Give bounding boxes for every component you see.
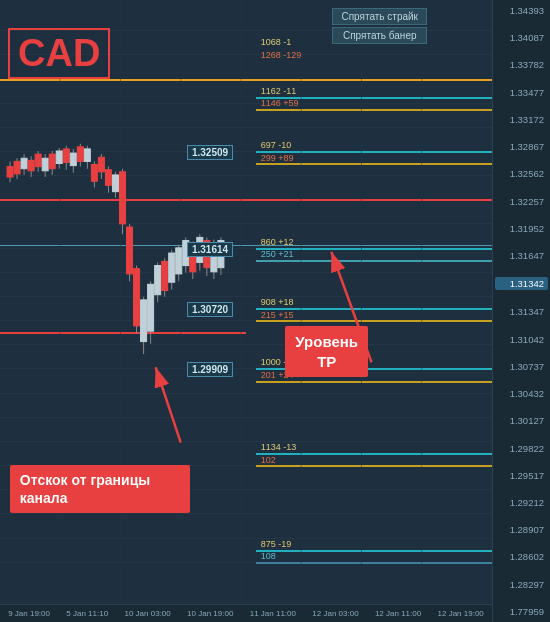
time-axis: 9 Jan 19:00 5 Jan 11:10 10 Jan 03:00 10 … (0, 604, 492, 622)
num-697: 697 -10 (261, 139, 294, 152)
num-1134: 1134 -13 (261, 441, 297, 454)
svg-rect-54 (169, 253, 175, 282)
svg-rect-38 (112, 175, 118, 192)
svg-rect-28 (77, 147, 83, 162)
price-1.31347: 1.31347 (495, 306, 548, 317)
price-1.33477: 1.33477 (495, 87, 548, 98)
hide-banner-button[interactable]: Спрятать банер (332, 27, 427, 44)
price-1.33172: 1.33172 (495, 114, 548, 125)
svg-rect-44 (134, 269, 140, 326)
svg-rect-12 (21, 158, 27, 168)
price-1.28602: 1.28602 (495, 551, 548, 562)
price-1.31647: 1.31647 (495, 250, 548, 261)
price-1.34087: 1.34087 (495, 32, 548, 43)
price-current: 1.31342 (495, 277, 548, 290)
svg-rect-34 (98, 157, 104, 172)
svg-rect-10 (14, 161, 20, 173)
num-1068: 1068 -1 (261, 36, 302, 49)
svg-rect-24 (63, 149, 69, 163)
time-label-7: 12 Jan 11:00 (375, 609, 421, 618)
time-label-5: 11 Jan 11:00 (250, 609, 296, 618)
num-1268: 1268 -129 (261, 49, 302, 62)
svg-rect-20 (49, 154, 55, 169)
price-1.32257: 1.32257 (495, 196, 548, 207)
chart-area: 1.32509 1.31614 1.30720 1.29909 1068 -1 … (0, 0, 492, 604)
price-1.30737: 1.30737 (495, 361, 548, 372)
chart-container: 1.32509 1.31614 1.30720 1.29909 1068 -1 … (0, 0, 550, 622)
svg-rect-30 (84, 149, 90, 161)
num-1162: 1162 -11 (261, 85, 299, 98)
svg-rect-16 (35, 154, 41, 166)
num-215: 215 +15 (261, 309, 294, 322)
hide-strike-button[interactable]: Спрятать страйк (332, 8, 427, 25)
num-908: 908 +18 (261, 296, 294, 309)
num-250: 250 +21 (261, 248, 294, 261)
svg-rect-32 (91, 165, 97, 182)
tp-level-text: УровеньТР (295, 333, 358, 370)
svg-rect-50 (155, 266, 161, 295)
cad-label: CAD (8, 28, 110, 79)
num-108: 108 (261, 550, 292, 563)
svg-rect-14 (28, 160, 34, 170)
side-numbers-8: 875 -19 108 (261, 538, 292, 563)
price-1.32867: 1.32867 (495, 141, 548, 152)
price-1.30432: 1.30432 (495, 388, 548, 399)
time-label-8: 12 Jan 19:00 (438, 609, 484, 618)
svg-rect-18 (42, 158, 48, 170)
price-1.31952: 1.31952 (495, 223, 548, 234)
price-1.31042: 1.31042 (495, 334, 548, 345)
svg-rect-36 (105, 170, 111, 186)
price-level-131614: 1.31614 (187, 242, 233, 257)
svg-rect-42 (127, 227, 133, 274)
svg-rect-22 (56, 151, 62, 163)
side-numbers-1: 1068 -1 1268 -129 (261, 36, 302, 61)
time-label-1: 9 Jan 19:00 (8, 609, 50, 618)
num-1146: 1146 +59 (261, 97, 299, 110)
side-numbers-5: 908 +18 215 +15 (261, 296, 294, 321)
top-buttons: Спрятать страйк Спрятать банер (332, 8, 427, 44)
side-numbers-4: 860 +12 250 +21 (261, 236, 294, 261)
price-1.30127: 1.30127 (495, 415, 548, 426)
svg-rect-8 (7, 167, 13, 177)
bounce-annotation: Отскок от границы канала (10, 465, 190, 513)
num-875: 875 -19 (261, 538, 292, 551)
svg-rect-26 (70, 153, 76, 165)
price-1.32562: 1.32562 (495, 168, 548, 179)
time-label-3: 10 Jan 03:00 (124, 609, 170, 618)
price-1.29212: 1.29212 (495, 497, 548, 508)
svg-rect-56 (176, 248, 182, 274)
time-label-4: 10 Jan 19:00 (187, 609, 233, 618)
time-label-6: 12 Jan 03:00 (312, 609, 358, 618)
svg-rect-52 (162, 261, 168, 290)
price-1.28297: 1.28297 (495, 579, 548, 590)
price-1.28907: 1.28907 (495, 524, 548, 535)
svg-rect-40 (119, 172, 125, 224)
price-axis: 1.34393 1.34087 1.33782 1.33477 1.33172 … (492, 0, 550, 622)
price-1.34393: 1.34393 (495, 5, 548, 16)
tp-level-annotation: УровеньТР (285, 326, 368, 377)
svg-rect-46 (141, 300, 147, 342)
price-1.29517: 1.29517 (495, 470, 548, 481)
candlestick-chart (0, 0, 492, 604)
price-level-129909: 1.29909 (187, 362, 233, 377)
side-numbers-2: 1162 -11 1146 +59 (261, 85, 299, 110)
price-level-130720: 1.30720 (187, 302, 233, 317)
price-1.29822: 1.29822 (495, 443, 548, 454)
price-1.33782: 1.33782 (495, 59, 548, 70)
time-label-2: 5 Jan 11:10 (66, 609, 108, 618)
num-102: 102 (261, 454, 297, 467)
svg-rect-48 (148, 284, 154, 331)
price-1.77959: 1.77959 (495, 606, 548, 617)
num-299: 299 +89 (261, 152, 294, 165)
side-numbers-3: 697 -10 299 +89 (261, 139, 294, 164)
num-860: 860 +12 (261, 236, 294, 249)
side-numbers-7: 1134 -13 102 (261, 441, 297, 466)
price-level-132509: 1.32509 (187, 145, 233, 160)
